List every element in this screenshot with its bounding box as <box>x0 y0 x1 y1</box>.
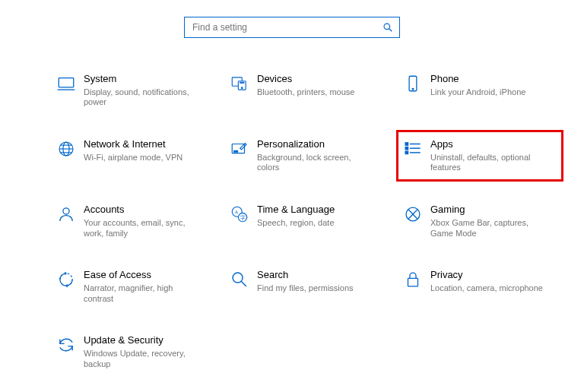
svg-point-9 <box>412 89 414 90</box>
tile-title: Ease of Access <box>84 269 198 281</box>
search-input[interactable] <box>191 21 382 33</box>
svg-text:A: A <box>235 209 239 214</box>
tile-desc: Uninstall, defaults, optional features <box>430 153 544 174</box>
tile-update-security[interactable]: Update & Security Windows Update, recove… <box>53 330 213 374</box>
person-icon <box>53 204 79 224</box>
tile-search[interactable]: Search Find my files, permissions <box>227 264 386 308</box>
tile-title: Personalization <box>257 138 371 150</box>
svg-rect-18 <box>405 147 408 150</box>
tile-time-language[interactable]: A 字 Time & Language Speech, region, date <box>227 199 386 243</box>
tile-desc: Speech, region, date <box>257 218 335 229</box>
magnifier-icon <box>227 270 252 289</box>
svg-rect-7 <box>240 82 244 83</box>
tile-system[interactable]: System Display, sound, notifications, po… <box>53 68 213 112</box>
sync-icon <box>53 335 79 355</box>
tile-ease-of-access[interactable]: Ease of Access Narrator, magnifier, high… <box>53 264 213 308</box>
tile-title: Search <box>257 269 354 281</box>
settings-grid: System Display, sound, notifications, po… <box>53 68 540 374</box>
devices-icon <box>227 74 252 93</box>
tile-title: Time & Language <box>257 204 335 216</box>
lock-icon <box>400 270 426 289</box>
globe-icon <box>53 139 79 159</box>
tile-devices[interactable]: Devices Bluetooth, printers, mouse <box>227 68 386 112</box>
tile-accounts[interactable]: Accounts Your accounts, email, sync, wor… <box>53 199 213 243</box>
svg-line-30 <box>241 282 246 287</box>
system-icon <box>53 74 79 93</box>
tile-network[interactable]: Network & Internet Wi-Fi, airplane mode,… <box>53 134 213 178</box>
tile-desc: Xbox Game Bar, captures, Game Mode <box>430 218 544 239</box>
tile-desc: Wi-Fi, airplane mode, VPN <box>84 153 182 163</box>
tile-privacy[interactable]: Privacy Location, camera, microphone <box>400 264 560 308</box>
svg-rect-17 <box>405 143 408 145</box>
tile-title: Accounts <box>84 204 198 216</box>
tile-title: Phone <box>430 73 525 85</box>
tile-desc: Bluetooth, printers, mouse <box>257 87 354 98</box>
svg-rect-19 <box>405 151 408 153</box>
tile-phone[interactable]: Phone Link your Android, iPhone <box>400 68 560 112</box>
svg-text:字: 字 <box>240 215 246 220</box>
tile-desc: Windows Update, recovery, backup <box>84 349 198 370</box>
paintbrush-icon <box>227 139 252 159</box>
tile-desc: Find my files, permissions <box>257 283 354 294</box>
xbox-icon <box>400 204 426 224</box>
tile-title: Privacy <box>430 269 543 281</box>
apps-list-icon <box>400 139 426 159</box>
svg-point-0 <box>384 24 390 30</box>
svg-point-23 <box>63 208 69 214</box>
settings-home: System Display, sound, notifications, po… <box>0 0 584 392</box>
tile-desc: Location, camera, microphone <box>430 283 543 294</box>
tile-desc: Display, sound, notifications, power <box>84 87 198 109</box>
tile-title: Devices <box>257 73 354 85</box>
search-icon <box>382 22 393 33</box>
svg-rect-16 <box>234 151 238 153</box>
tile-desc: Background, lock screen, colors <box>257 153 371 174</box>
tile-desc: Narrator, magnifier, high contrast <box>84 283 198 305</box>
tile-personalization[interactable]: Personalization Background, lock screen,… <box>227 134 386 178</box>
svg-line-1 <box>389 29 392 32</box>
time-language-icon: A 字 <box>227 204 252 224</box>
phone-icon <box>400 74 426 93</box>
tile-apps[interactable]: Apps Uninstall, defaults, optional featu… <box>400 134 560 178</box>
svg-rect-2 <box>59 78 74 87</box>
svg-point-29 <box>233 273 243 283</box>
ease-of-access-icon <box>53 270 79 289</box>
tile-desc: Your accounts, email, sync, work, family <box>84 218 198 239</box>
tile-desc: Link your Android, iPhone <box>430 87 525 98</box>
svg-rect-31 <box>408 279 418 287</box>
search-bar <box>184 17 400 38</box>
tile-title: Apps <box>430 138 544 150</box>
tile-title: Update & Security <box>84 334 198 346</box>
tile-title: System <box>84 73 198 85</box>
tile-title: Gaming <box>430 204 544 216</box>
tile-gaming[interactable]: Gaming Xbox Game Bar, captures, Game Mod… <box>400 199 560 243</box>
tile-title: Network & Internet <box>84 138 182 150</box>
svg-point-6 <box>241 87 243 89</box>
search-box[interactable] <box>184 17 400 38</box>
